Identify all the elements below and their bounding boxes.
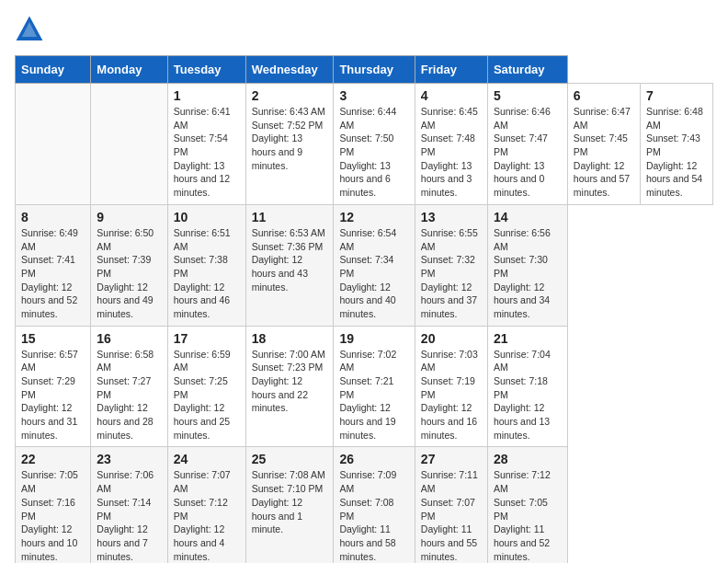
day-info: Sunrise: 6:56 AMSunset: 7:30 PMDaylight:…: [494, 226, 562, 321]
calendar-cell: 15 Sunrise: 6:57 AMSunset: 7:29 PMDaylig…: [16, 326, 91, 447]
calendar-cell: 22 Sunrise: 7:05 AMSunset: 7:16 PMDaylig…: [16, 447, 91, 563]
day-info: Sunrise: 6:55 AMSunset: 7:32 PMDaylight:…: [421, 226, 482, 321]
calendar-cell: 4 Sunrise: 6:45 AMSunset: 7:48 PMDayligh…: [415, 84, 487, 205]
day-info: Sunrise: 7:06 AMSunset: 7:14 PMDaylight:…: [97, 468, 161, 563]
calendar-cell: 3 Sunrise: 6:44 AMSunset: 7:50 PMDayligh…: [334, 84, 415, 205]
day-number: 8: [21, 210, 85, 224]
calendar-cell: 18 Sunrise: 7:00 AMSunset: 7:23 PMDaylig…: [245, 326, 334, 447]
day-info: Sunrise: 6:46 AMSunset: 7:47 PMDaylight:…: [494, 105, 562, 200]
day-info: Sunrise: 7:03 AMSunset: 7:19 PMDaylight:…: [421, 348, 482, 442]
calendar-row: 15 Sunrise: 6:57 AMSunset: 7:29 PMDaylig…: [16, 326, 713, 447]
calendar-table: SundayMondayTuesdayWednesdayThursdayFrid…: [15, 55, 713, 563]
col-header-saturday: Saturday: [487, 56, 567, 84]
col-header-wednesday: Wednesday: [245, 56, 334, 84]
empty-cell: [91, 84, 167, 205]
day-info: Sunrise: 6:59 AMSunset: 7:25 PMDaylight:…: [174, 348, 240, 442]
col-header-monday: Monday: [91, 56, 167, 84]
calendar-cell: 27 Sunrise: 7:11 AMSunset: 7:07 PMDaylig…: [415, 447, 487, 563]
day-number: 4: [421, 88, 482, 103]
day-info: Sunrise: 6:41 AMSunset: 7:54 PMDaylight:…: [174, 105, 240, 200]
empty-cell: [16, 84, 91, 205]
day-info: Sunrise: 7:02 AMSunset: 7:21 PMDaylight:…: [339, 348, 408, 442]
day-info: Sunrise: 7:09 AMSunset: 7:08 PMDaylight:…: [339, 468, 408, 563]
day-number: 24: [174, 452, 240, 466]
day-number: 26: [339, 452, 408, 466]
day-info: Sunrise: 6:57 AMSunset: 7:29 PMDaylight:…: [21, 348, 85, 442]
calendar-cell: 1 Sunrise: 6:41 AMSunset: 7:54 PMDayligh…: [167, 84, 245, 205]
day-number: 19: [339, 331, 408, 346]
day-info: Sunrise: 7:05 AMSunset: 7:16 PMDaylight:…: [21, 468, 85, 563]
day-number: 11: [252, 210, 328, 224]
calendar-cell: 11 Sunrise: 6:53 AMSunset: 7:36 PMDaylig…: [245, 204, 334, 326]
day-info: Sunrise: 7:07 AMSunset: 7:12 PMDaylight:…: [174, 468, 240, 563]
day-info: Sunrise: 6:49 AMSunset: 7:41 PMDaylight:…: [21, 226, 85, 321]
calendar-cell: 2 Sunrise: 6:43 AMSunset: 7:52 PMDayligh…: [245, 84, 334, 205]
day-number: 22: [21, 452, 85, 466]
calendar-cell: 25 Sunrise: 7:08 AMSunset: 7:10 PMDaylig…: [245, 447, 334, 563]
day-info: Sunrise: 6:58 AMSunset: 7:27 PMDaylight:…: [97, 348, 161, 442]
day-number: 25: [252, 452, 328, 466]
calendar-cell: 9 Sunrise: 6:50 AMSunset: 7:39 PMDayligh…: [91, 204, 167, 326]
col-header-sunday: Sunday: [16, 56, 91, 84]
day-info: Sunrise: 6:51 AMSunset: 7:38 PMDaylight:…: [174, 226, 240, 321]
calendar-cell: 20 Sunrise: 7:03 AMSunset: 7:19 PMDaylig…: [415, 326, 487, 447]
day-number: 16: [97, 331, 161, 346]
col-header-tuesday: Tuesday: [167, 56, 245, 84]
calendar-cell: 26 Sunrise: 7:09 AMSunset: 7:08 PMDaylig…: [334, 447, 415, 563]
calendar-cell: 6 Sunrise: 6:47 AMSunset: 7:45 PMDayligh…: [567, 84, 640, 205]
day-number: 14: [494, 210, 562, 224]
day-number: 5: [494, 88, 562, 103]
calendar-cell: 8 Sunrise: 6:49 AMSunset: 7:41 PMDayligh…: [16, 204, 91, 326]
day-info: Sunrise: 7:04 AMSunset: 7:18 PMDaylight:…: [494, 348, 562, 442]
day-number: 12: [339, 210, 408, 224]
calendar-cell: 19 Sunrise: 7:02 AMSunset: 7:21 PMDaylig…: [334, 326, 415, 447]
logo-icon: [15, 15, 44, 44]
day-number: 2: [252, 88, 328, 103]
calendar-row: 22 Sunrise: 7:05 AMSunset: 7:16 PMDaylig…: [16, 447, 713, 563]
day-info: Sunrise: 6:53 AMSunset: 7:36 PMDaylight:…: [252, 226, 328, 293]
day-number: 20: [421, 331, 482, 346]
day-info: Sunrise: 7:12 AMSunset: 7:05 PMDaylight:…: [494, 468, 562, 563]
day-number: 23: [97, 452, 161, 466]
calendar-cell: 28 Sunrise: 7:12 AMSunset: 7:05 PMDaylig…: [487, 447, 567, 563]
day-number: 21: [494, 331, 562, 346]
calendar-cell: 13 Sunrise: 6:55 AMSunset: 7:32 PMDaylig…: [415, 204, 487, 326]
day-number: 13: [421, 210, 482, 224]
day-info: Sunrise: 7:08 AMSunset: 7:10 PMDaylight:…: [252, 468, 328, 535]
calendar-cell: 21 Sunrise: 7:04 AMSunset: 7:18 PMDaylig…: [487, 326, 567, 447]
day-info: Sunrise: 6:44 AMSunset: 7:50 PMDaylight:…: [339, 105, 408, 200]
calendar-cell: 14 Sunrise: 6:56 AMSunset: 7:30 PMDaylig…: [487, 204, 567, 326]
calendar-row: 1 Sunrise: 6:41 AMSunset: 7:54 PMDayligh…: [16, 84, 713, 205]
col-header-friday: Friday: [415, 56, 487, 84]
day-number: 6: [574, 88, 634, 103]
day-number: 1: [174, 88, 240, 103]
calendar-cell: 10 Sunrise: 6:51 AMSunset: 7:38 PMDaylig…: [167, 204, 245, 326]
day-number: 17: [174, 331, 240, 346]
day-info: Sunrise: 6:47 AMSunset: 7:45 PMDaylight:…: [574, 105, 634, 200]
day-info: Sunrise: 7:00 AMSunset: 7:23 PMDaylight:…: [252, 348, 328, 415]
calendar-cell: 16 Sunrise: 6:58 AMSunset: 7:27 PMDaylig…: [91, 326, 167, 447]
day-info: Sunrise: 6:50 AMSunset: 7:39 PMDaylight:…: [97, 226, 161, 321]
page-header: [15, 15, 713, 44]
calendar-cell: 12 Sunrise: 6:54 AMSunset: 7:34 PMDaylig…: [334, 204, 415, 326]
calendar-cell: 24 Sunrise: 7:07 AMSunset: 7:12 PMDaylig…: [167, 447, 245, 563]
calendar-cell: 5 Sunrise: 6:46 AMSunset: 7:47 PMDayligh…: [487, 84, 567, 205]
day-number: 7: [646, 88, 707, 103]
day-info: Sunrise: 6:43 AMSunset: 7:52 PMDaylight:…: [252, 105, 328, 172]
day-number: 28: [494, 452, 562, 466]
logo: [15, 15, 46, 44]
day-info: Sunrise: 6:48 AMSunset: 7:43 PMDaylight:…: [646, 105, 707, 200]
day-number: 15: [21, 331, 85, 346]
header-row: SundayMondayTuesdayWednesdayThursdayFrid…: [16, 56, 713, 84]
day-number: 27: [421, 452, 482, 466]
day-info: Sunrise: 6:54 AMSunset: 7:34 PMDaylight:…: [339, 226, 408, 321]
col-header-thursday: Thursday: [334, 56, 415, 84]
day-number: 10: [174, 210, 240, 224]
day-number: 3: [339, 88, 408, 103]
calendar-cell: 7 Sunrise: 6:48 AMSunset: 7:43 PMDayligh…: [640, 84, 712, 205]
day-info: Sunrise: 7:11 AMSunset: 7:07 PMDaylight:…: [421, 468, 482, 563]
day-info: Sunrise: 6:45 AMSunset: 7:48 PMDaylight:…: [421, 105, 482, 200]
day-number: 9: [97, 210, 161, 224]
calendar-cell: 23 Sunrise: 7:06 AMSunset: 7:14 PMDaylig…: [91, 447, 167, 563]
day-number: 18: [252, 331, 328, 346]
